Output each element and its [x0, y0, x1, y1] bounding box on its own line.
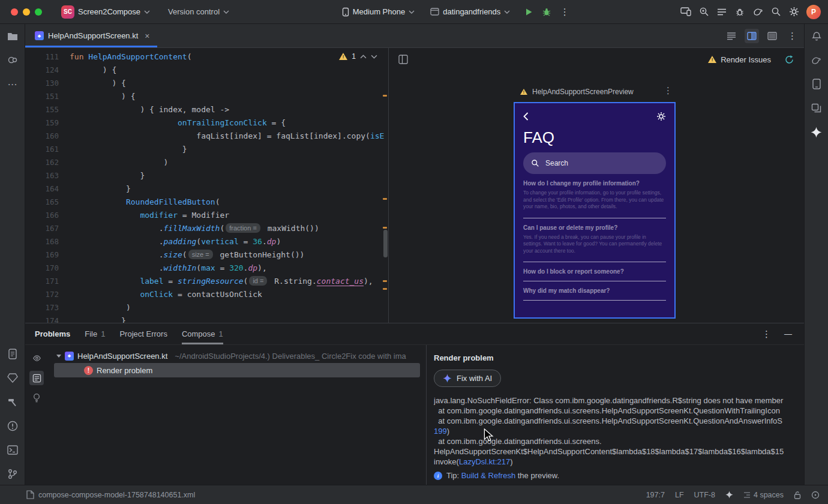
device-mirroring-icon[interactable]	[677, 4, 695, 20]
code-line[interactable]: 170.widthIn(max = 320.dp),	[25, 262, 388, 275]
device-selector[interactable]: Medium Phone	[337, 5, 419, 19]
next-problem-icon[interactable]	[371, 55, 377, 59]
terminal-icon[interactable]	[7, 444, 19, 456]
more-tool-windows-icon[interactable]: ⋯	[7, 78, 19, 90]
warning-stripe-mark[interactable]	[383, 227, 387, 229]
stack-trace-link[interactable]: 199	[434, 427, 447, 436]
bug-icon[interactable]	[731, 4, 749, 20]
run-configuration-selector[interactable]: datingandfriends	[425, 5, 515, 19]
code-line[interactable]: 155) { index, model ->	[25, 103, 388, 116]
design-view-button[interactable]	[765, 29, 779, 43]
line-number[interactable]: 165	[25, 196, 59, 209]
code-line[interactable]: 165RoundedFilledButton(	[25, 196, 388, 209]
preview-layout-icon[interactable]	[398, 55, 408, 64]
problems-icon[interactable]	[7, 420, 19, 432]
inspections-widget[interactable]: 1	[339, 52, 377, 61]
build-refresh-icon[interactable]	[784, 55, 794, 65]
code-line[interactable]: 173)	[25, 301, 388, 314]
code-line[interactable]: 172onClick = contactUsOnClick	[25, 288, 388, 301]
user-avatar[interactable]: P	[806, 5, 821, 19]
logcat-icon[interactable]	[7, 348, 19, 360]
commit-icon[interactable]	[7, 54, 19, 66]
warning-stripe-mark[interactable]	[383, 95, 387, 97]
code-view-button[interactable]	[724, 29, 739, 43]
line-number[interactable]: 172	[25, 288, 59, 301]
editor-scrollbar[interactable]	[383, 230, 388, 257]
line-number[interactable]: 124	[25, 64, 59, 77]
problems-tab-project-errors[interactable]: Project Errors	[119, 323, 167, 344]
hide-panel-icon[interactable]: —	[784, 329, 792, 338]
device-manager-icon[interactable]	[811, 78, 823, 90]
line-number[interactable]: 169	[25, 248, 59, 262]
code-line[interactable]: 111fun HelpAndSupportContent(	[25, 50, 388, 64]
indent-widget[interactable]: 4 spaces	[743, 491, 784, 499]
structure-list-icon[interactable]	[713, 4, 731, 20]
line-number[interactable]: 111	[25, 50, 59, 64]
fix-with-ai-button[interactable]: Fix with AI	[434, 370, 501, 387]
caret-position-widget[interactable]: 197:7	[646, 491, 665, 499]
close-tab-icon[interactable]: ×	[145, 31, 149, 41]
readonly-lock-icon[interactable]	[794, 491, 801, 499]
code-line[interactable]: 162)	[25, 156, 388, 169]
close-window-button[interactable]	[11, 8, 18, 16]
version-control-menu[interactable]: Version control	[163, 5, 234, 19]
chevron-down-icon[interactable]	[56, 355, 61, 358]
quick-fix-bulb-icon[interactable]	[29, 391, 44, 405]
line-number[interactable]: 173	[25, 301, 59, 314]
gradle-icon[interactable]	[749, 4, 767, 20]
gemini-ai-icon[interactable]	[811, 126, 823, 138]
preview-options-kebab[interactable]: ⋮	[664, 85, 673, 96]
line-number[interactable]: 167	[25, 222, 59, 235]
previous-problem-icon[interactable]	[360, 55, 367, 59]
line-number[interactable]: 166	[25, 209, 59, 222]
status-indicator-icon[interactable]	[811, 491, 820, 499]
code-editor[interactable]: 111fun HelpAndSupportContent(124) {130) …	[25, 48, 389, 323]
encoding-widget[interactable]: UTF-8	[694, 491, 715, 499]
line-number[interactable]: 174	[25, 314, 59, 323]
problems-options-kebab[interactable]: ⋮	[762, 329, 771, 340]
ai-search-icon[interactable]	[695, 4, 713, 20]
minimize-window-button[interactable]	[23, 8, 30, 16]
code-line[interactable]: 164}	[25, 182, 388, 196]
line-number[interactable]: 151	[25, 90, 59, 103]
code-line[interactable]: 124) {	[25, 64, 388, 77]
problems-tab-file[interactable]: File1	[85, 323, 105, 344]
line-number[interactable]: 160	[25, 130, 59, 143]
gradle-tool-icon[interactable]	[811, 54, 823, 66]
code-line[interactable]: 171label = stringResource(id = R.string.…	[25, 275, 388, 288]
zoom-window-button[interactable]	[35, 8, 42, 16]
warning-stripe-mark[interactable]	[383, 288, 387, 290]
notifications-bell-icon[interactable]	[811, 30, 823, 42]
line-number[interactable]: 171	[25, 275, 59, 288]
code-line[interactable]: 151) {	[25, 90, 388, 103]
line-number[interactable]: 163	[25, 169, 59, 182]
settings-gear-icon[interactable]	[785, 4, 803, 20]
problems-file-row[interactable]: ◆ HelpAndSupportScreen.kt ~/AndroidStudi…	[48, 349, 426, 363]
running-devices-layers-icon[interactable]	[811, 102, 823, 114]
line-number[interactable]: 164	[25, 182, 59, 196]
line-number[interactable]: 130	[25, 77, 59, 90]
warning-stripe-mark[interactable]	[383, 198, 387, 200]
run-button[interactable]	[520, 4, 538, 20]
build-refresh-link[interactable]: Build & Refresh	[461, 471, 515, 480]
code-line[interactable]: 166modifier = Modifier	[25, 209, 388, 222]
split-view-button[interactable]	[745, 29, 759, 43]
app-quality-insights-icon[interactable]	[7, 372, 19, 384]
render-problem-row[interactable]: ! Render problem	[54, 363, 420, 377]
code-line[interactable]: 169.size(size = getButtonHeight())	[25, 248, 388, 262]
code-line[interactable]: 167.fillMaxWidth(fraction = maxWidth())	[25, 222, 388, 235]
line-number[interactable]: 159	[25, 116, 59, 130]
build-icon[interactable]	[7, 396, 19, 408]
ai-status-sparkle-icon[interactable]	[725, 491, 733, 499]
line-separator-widget[interactable]: LF	[675, 491, 684, 499]
line-number[interactable]: 162	[25, 156, 59, 169]
code-line[interactable]: 168.padding(vertical = 36.dp)	[25, 235, 388, 248]
line-number[interactable]: 161	[25, 143, 59, 156]
preview-visibility-eye-icon[interactable]	[29, 351, 44, 365]
code-line[interactable]: 161}	[25, 143, 388, 156]
line-number[interactable]: 168	[25, 235, 59, 248]
code-line[interactable]: 130) {	[25, 77, 388, 90]
stack-trace-link[interactable]: LazyDsl.kt:217	[459, 457, 510, 466]
more-run-actions-button[interactable]: ⋮	[556, 4, 574, 20]
project-folder-icon[interactable]	[7, 30, 19, 42]
